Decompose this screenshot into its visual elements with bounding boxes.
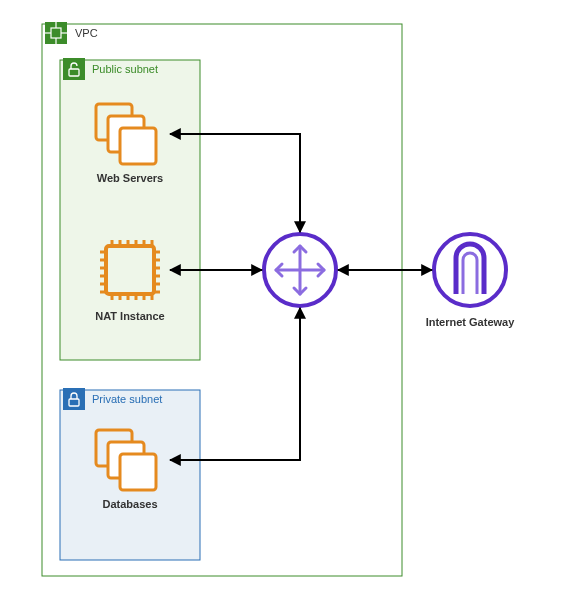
web-servers-label: Web Servers xyxy=(97,172,163,184)
lock-closed-icon xyxy=(63,388,85,410)
private-subnet-container: Private subnet Databases xyxy=(60,388,200,560)
nat-instance-label: NAT Instance xyxy=(95,310,164,322)
vpc-label: VPC xyxy=(75,27,98,39)
svg-rect-12 xyxy=(120,128,156,164)
internet-gateway-label: Internet Gateway xyxy=(426,316,516,328)
router-icon xyxy=(264,234,336,306)
internet-gateway-icon xyxy=(434,234,506,306)
svg-rect-43 xyxy=(120,454,156,490)
public-subnet-container: Public subnet Web Servers xyxy=(60,58,200,360)
connections xyxy=(170,134,432,460)
vpc-icon xyxy=(45,22,67,44)
lock-open-icon xyxy=(63,58,85,80)
architecture-diagram: VPC Public subnet Web Servers xyxy=(0,0,568,591)
public-subnet-label: Public subnet xyxy=(92,63,158,75)
private-subnet-label: Private subnet xyxy=(92,393,162,405)
databases-label: Databases xyxy=(102,498,157,510)
